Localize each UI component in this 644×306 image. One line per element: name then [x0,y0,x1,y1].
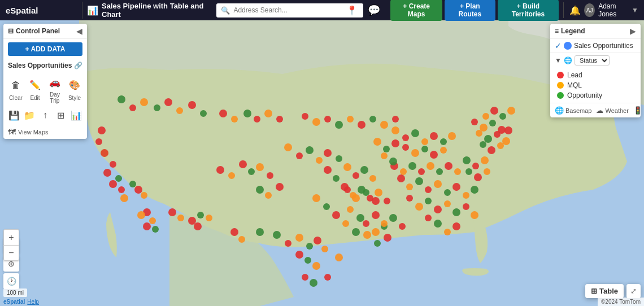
zoom-in-button[interactable]: + [3,229,19,245]
svg-point-77 [324,116,331,123]
svg-point-153 [445,162,452,170]
legend-status-row: ▼ 🌐 Status [550,53,641,68]
history-button[interactable]: 🕐 [3,273,19,289]
svg-point-96 [397,174,405,182]
svg-point-104 [471,186,478,194]
legend-panel: ≡ Legend ▶ ✓ Sales Opportunities ▼ 🌐 Sta… [550,24,641,117]
basemap-tool[interactable]: 🌐 Basemap [555,106,591,115]
clear-icon[interactable]: 🗑 [7,76,25,94]
legend-collapse-arrow[interactable]: ▼ [555,56,562,64]
basemap-icon: 🌐 [555,106,564,115]
svg-point-117 [471,119,478,125]
svg-point-136 [254,116,260,123]
svg-point-56 [353,172,359,179]
svg-point-134 [231,116,238,123]
app-title-area: 📊 Sales Pipeline with Table and Chart [82,2,211,19]
svg-point-103 [463,192,469,199]
svg-point-126 [488,146,495,154]
clear-icon-group: 🗑 Clear [7,76,25,101]
help-link[interactable]: Help [27,299,39,305]
edit-icon-group: ✏️ Edit [26,76,44,101]
svg-point-148 [400,168,407,175]
chart-icon[interactable]: 📊 [69,106,84,124]
svg-point-26 [256,228,264,236]
svg-point-123 [494,131,501,138]
svg-point-175 [363,189,369,196]
legend-expand-icon[interactable]: ▶ [630,27,636,36]
svg-point-51 [306,146,314,154]
svg-point-24 [230,228,238,236]
traffic-tool[interactable]: 🚦 Traffic [633,106,644,115]
legend-title: ≡ Legend [555,27,585,35]
style-icon[interactable]: 🎨 [66,76,84,94]
build-territories-button[interactable]: + Build Territories [498,0,559,21]
link-icon[interactable]: 🔗 [74,62,82,69]
svg-point-23 [206,215,212,221]
cp-header: ⊟ Control Panel ◀ [3,24,87,39]
svg-point-8 [118,186,125,193]
day-trip-icon[interactable]: 🚗 [46,73,64,91]
add-data-button[interactable]: + ADD DATA [8,42,82,56]
svg-point-165 [363,231,371,239]
table-expand-button[interactable]: ⤢ [626,284,641,298]
svg-point-73 [372,228,380,236]
legend-item-lead: Lead [557,70,634,80]
save-icon[interactable]: 💾 [7,106,21,124]
svg-point-156 [472,163,479,169]
svg-point-129 [482,113,489,120]
chevron-down-icon[interactable]: ▼ [632,6,638,14]
svg-point-17 [137,211,145,219]
svg-point-35 [312,262,320,270]
svg-point-109 [444,200,451,207]
search-icon: 🔍 [221,6,230,15]
checkmark-icon[interactable]: ✓ [555,41,562,50]
svg-point-48 [276,183,284,191]
zoom-out-button[interactable]: − [3,245,19,261]
svg-point-66 [384,198,390,204]
weather-tool[interactable]: ☁ Weather [596,106,628,115]
notification-icon[interactable]: 🔔 [569,5,581,16]
svg-point-49 [284,143,292,151]
weather-label: Weather [605,107,628,114]
legend-status-select[interactable]: Status [575,55,610,65]
edit-icon[interactable]: ✏️ [26,76,44,94]
svg-point-70 [342,220,349,227]
table-icon[interactable]: ⊞ [54,106,68,124]
svg-point-158 [465,168,472,175]
logo-text: eSpatial [6,6,38,15]
search-input[interactable] [233,6,346,14]
svg-point-72 [363,220,369,227]
layer-color-dot [564,42,572,50]
svg-point-90 [448,132,456,140]
svg-point-9 [120,194,128,202]
chat-icon: 💬 [368,4,380,16]
svg-point-75 [302,113,308,120]
user-area[interactable]: 🔔 AJ Adam Jones ▼ [563,2,644,18]
map-container[interactable]: ⊟ Control Panel ◀ + ADD DATA Sales Oppor… [0,20,644,306]
svg-point-47 [265,192,272,199]
svg-point-45 [267,172,273,179]
svg-point-174 [352,194,360,202]
svg-point-18 [168,208,176,216]
layer-title: Sales Opportunities [8,62,72,69]
svg-point-53 [324,149,332,157]
create-maps-button[interactable]: + Create Maps [390,0,442,21]
svg-point-39 [335,253,343,261]
svg-point-93 [421,146,428,152]
svg-point-177 [347,206,354,213]
legend-item-opportunity: Opportunity [557,90,634,100]
folder-icon[interactable]: 📁 [23,106,37,124]
share-icon[interactable]: ↑ [38,106,53,124]
svg-point-71 [352,228,360,236]
collapse-icon[interactable]: ◀ [76,27,82,36]
svg-point-115 [444,229,451,235]
svg-point-114 [434,220,442,228]
table-button[interactable]: ⊞ Table [585,284,624,298]
plan-routes-button[interactable]: + Plan Routes [445,0,495,21]
map-svg [0,20,644,306]
view-maps-row[interactable]: 🗺 View Maps [3,125,87,139]
svg-point-139 [118,95,125,103]
svg-point-128 [504,126,512,134]
cp-title: ⊟ Control Panel [8,27,60,35]
svg-point-168 [373,138,381,146]
